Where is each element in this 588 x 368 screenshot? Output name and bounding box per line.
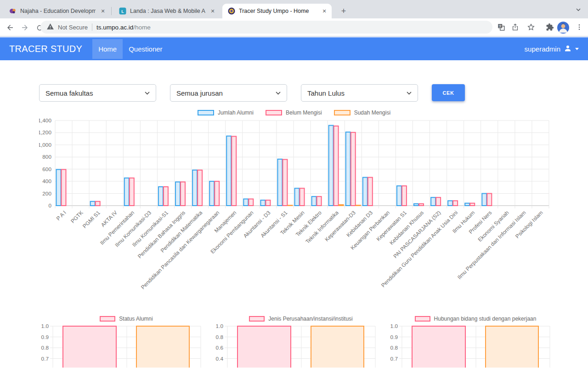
svg-text:0.8: 0.8: [41, 345, 49, 351]
bookmark-star-icon[interactable]: [527, 23, 535, 31]
share-icon[interactable]: [511, 23, 520, 31]
translate-icon[interactable]: 文: [497, 23, 505, 31]
bar: [226, 136, 231, 206]
bar: [158, 187, 163, 206]
bar: [329, 126, 334, 206]
mini-chart-legend[interactable]: Status Alumni: [39, 316, 214, 322]
url-path: /home: [133, 24, 151, 31]
bar: [356, 205, 361, 206]
browser-window: Najaha - Education Developme ✕ L Landa :…: [0, 0, 588, 368]
major-select[interactable]: Semua jurusan: [170, 84, 287, 102]
svg-text:0.6: 0.6: [216, 345, 224, 351]
faculty-select[interactable]: Semua fakultas: [39, 84, 156, 102]
bar: [181, 182, 185, 206]
back-button[interactable]: [5, 22, 16, 33]
cek-button[interactable]: CEK: [432, 84, 465, 101]
bar: [368, 178, 373, 206]
tab-search-chevron-icon[interactable]: [574, 6, 582, 14]
svg-text:1.0: 1.0: [390, 323, 398, 329]
nav-item-home[interactable]: Home: [92, 39, 123, 59]
site-navbar: TRACER STUDY Home Questioner superadmin: [0, 38, 588, 60]
mini-chart-legend[interactable]: Hubungan bidang studi dengan pekerjaan: [388, 316, 563, 322]
bar: [402, 186, 407, 206]
svg-text:Keperawatan-D3: Keperawatan-D3: [323, 209, 357, 243]
bar: [419, 204, 424, 206]
graduation-year-select-value: Tahun Lulus: [307, 89, 345, 97]
status-alumni-chart: Status Alumni 1.00.90.80.7: [39, 315, 214, 368]
bar: [136, 326, 189, 368]
bar: [192, 170, 197, 206]
close-icon[interactable]: ✕: [209, 7, 216, 15]
svg-text:600: 600: [42, 166, 51, 172]
bar: [334, 126, 339, 206]
bar: [448, 201, 452, 206]
profile-avatar[interactable]: [557, 22, 565, 30]
bar: [237, 326, 291, 368]
close-icon[interactable]: ✕: [321, 7, 328, 15]
user-menu[interactable]: superadmin: [525, 44, 579, 54]
username: superadmin: [525, 45, 560, 53]
svg-text:0.8: 0.8: [390, 345, 398, 351]
svg-text:L: L: [121, 9, 124, 14]
user-icon: [564, 44, 572, 54]
security-label: Not Secure: [58, 24, 88, 31]
mini-chart-title: Hubungan bidang studi dengan pekerjaan: [434, 316, 537, 322]
chevron-down-icon: [145, 92, 150, 95]
bar: [198, 170, 202, 206]
bar: [283, 160, 287, 206]
legend-item-belum-mengisi[interactable]: Belum Mengisi: [266, 109, 322, 116]
tab-title: Tracer Study Umpo - Home: [239, 8, 317, 14]
tab-tracer-study[interactable]: Tracer Study Umpo - Home ✕: [222, 4, 332, 18]
nav-links: Home Questioner: [92, 38, 168, 60]
nav-item-questioner[interactable]: Questioner: [123, 39, 168, 59]
bar: [130, 178, 134, 206]
bar: [486, 326, 538, 368]
legend-item-jumlah-alumni[interactable]: Jumlah Alumni: [198, 109, 254, 116]
bar: [487, 194, 492, 206]
legend-swatch: [415, 316, 430, 322]
bar: [232, 136, 236, 206]
forward-button[interactable]: [19, 22, 30, 33]
bar: [277, 159, 282, 206]
chevron-down-icon: [407, 92, 412, 95]
address-bar[interactable]: Not Secure ts.umpo.ac.id/home: [40, 21, 492, 34]
legend-label: Sudah Mengisi: [354, 109, 390, 116]
svg-text:0.9: 0.9: [390, 334, 398, 340]
close-icon[interactable]: ✕: [99, 7, 107, 15]
bar: [243, 199, 248, 206]
brand-title[interactable]: TRACER STUDY: [9, 44, 82, 54]
browser-menu-dots-icon[interactable]: [576, 23, 584, 31]
legend-label: Jumlah Alumni: [218, 109, 254, 116]
tab-najaha[interactable]: Najaha - Education Developme ✕: [4, 4, 110, 18]
tab-landa[interactable]: L Landa : Jasa Web & Mobile App ✕: [113, 4, 220, 18]
omnibox-divider: [92, 23, 92, 31]
not-secure-warning-icon: [47, 23, 54, 31]
svg-text:Ekonomi Syariah: Ekonomi Syariah: [476, 209, 510, 243]
mini-chart-title: Jenis Perusahaan/instansi/institusi: [268, 316, 352, 322]
bar: [339, 205, 344, 206]
legend-swatch: [266, 110, 282, 115]
bar: [266, 200, 270, 206]
new-tab-button[interactable]: +: [338, 6, 349, 17]
svg-text:P A I: P A I: [55, 209, 68, 222]
bar: [288, 205, 292, 206]
legend-swatch: [100, 316, 115, 322]
mini-chart-legend[interactable]: Jenis Perusahaan/instansi/institusi: [214, 316, 388, 322]
extensions-puzzle-icon[interactable]: [546, 23, 554, 31]
bar: [346, 132, 351, 206]
bar: [482, 194, 486, 206]
bar: [63, 326, 116, 368]
bar: [412, 326, 465, 368]
svg-text:PGMI S1: PGMI S1: [81, 209, 102, 230]
svg-text:PGTK: PGTK: [69, 209, 85, 224]
main-chart-legend: Jumlah Alumni Belum Mengisi Sudah Mengis…: [39, 109, 549, 116]
url-host: ts.umpo.ac.id: [96, 24, 133, 31]
svg-text:200: 200: [42, 190, 51, 197]
mini-chart-svg: 1.00.80.60.4: [214, 322, 388, 368]
legend-item-sudah-mengisi[interactable]: Sudah Mengisi: [334, 109, 390, 116]
chevron-down-icon: [276, 92, 281, 95]
bar: [164, 187, 168, 206]
mini-chart-svg: 1.00.90.80.7: [388, 322, 563, 368]
graduation-year-select[interactable]: Tahun Lulus: [301, 84, 418, 102]
legend-swatch: [249, 316, 265, 322]
